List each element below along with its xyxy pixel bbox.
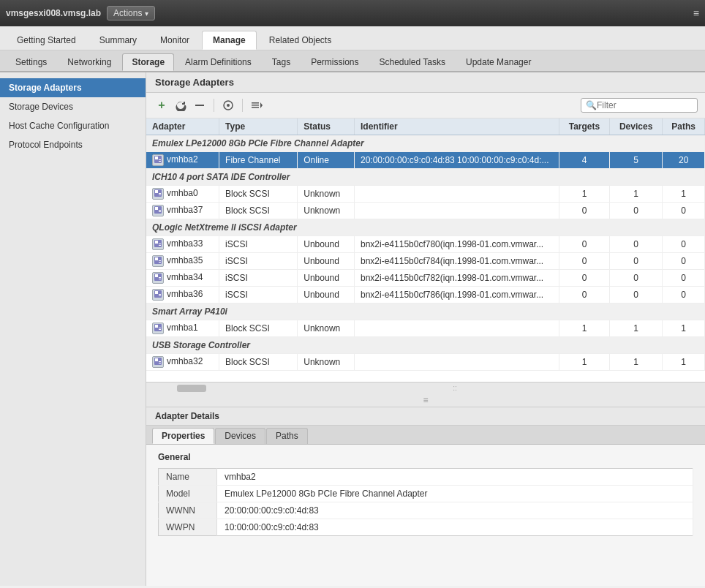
manage-tab-scheduled-tasks[interactable]: Scheduled Tasks bbox=[370, 53, 456, 71]
table-group-row: QLogic NetXtreme II iSCSI Adapter bbox=[146, 219, 705, 236]
adapter-icon bbox=[152, 154, 164, 166]
tab-getting-started[interactable]: Getting Started bbox=[6, 31, 87, 50]
manage-tab-tags[interactable]: Tags bbox=[263, 53, 300, 71]
paths-cell: 1 bbox=[663, 186, 705, 203]
remove-button[interactable] bbox=[192, 97, 208, 113]
sidebar-item-protocol-endpoints[interactable]: Protocol Endpoints bbox=[0, 135, 146, 154]
tab-summary[interactable]: Summary bbox=[88, 31, 148, 50]
manage-tab-permissions[interactable]: Permissions bbox=[301, 53, 368, 71]
devices-cell: 0 bbox=[609, 287, 662, 304]
property-label: WWPN bbox=[159, 519, 217, 536]
status-cell: Unknown bbox=[298, 186, 355, 203]
table-row[interactable]: vmhba0Block SCSIUnknown111 bbox=[146, 186, 705, 203]
actions-button[interactable]: Actions bbox=[107, 6, 155, 20]
table-row[interactable]: vmhba32Block SCSIUnknown111 bbox=[146, 354, 705, 371]
svg-rect-9 bbox=[159, 159, 161, 160]
table-group-row: Emulex LPe12000 8Gb PCIe Fibre Channel A… bbox=[146, 135, 705, 152]
status-cell: Unbound bbox=[298, 236, 355, 253]
resize-indicator: :: bbox=[453, 384, 457, 392]
targets-cell: 0 bbox=[559, 236, 610, 253]
filter-input[interactable] bbox=[597, 100, 685, 110]
status-cell: Unknown bbox=[298, 320, 355, 337]
svg-rect-20 bbox=[155, 241, 158, 244]
table-row[interactable]: vmhba1Block SCSIUnknown111 bbox=[146, 320, 705, 337]
svg-rect-25 bbox=[159, 260, 161, 261]
hscroll-thumb bbox=[177, 385, 206, 392]
targets-cell: 4 bbox=[559, 152, 610, 169]
svg-rect-32 bbox=[155, 291, 158, 294]
paths-cell: 0 bbox=[663, 236, 705, 253]
table-row[interactable]: vmhba33iSCSIUnboundbnx2i-e4115b0cf780(iq… bbox=[146, 236, 705, 253]
targets-cell: 0 bbox=[559, 253, 610, 270]
storage-adapters-title: Storage Adapters bbox=[146, 72, 705, 93]
refresh-button[interactable] bbox=[173, 97, 189, 113]
property-label: Name bbox=[159, 469, 217, 486]
general-title: General bbox=[158, 452, 693, 462]
adapter-name-cell: vmhba2 bbox=[146, 152, 219, 169]
manage-tab-settings[interactable]: Settings bbox=[6, 53, 56, 71]
rescan-button[interactable] bbox=[220, 97, 236, 113]
tab-monitor[interactable]: Monitor bbox=[149, 31, 200, 50]
devices-cell: 1 bbox=[609, 354, 662, 371]
type-cell: Fibre Channel bbox=[219, 152, 298, 169]
identifier-cell: 20:00:00:00:c9:c0:4d:83 10:00:00:00:c9:c… bbox=[355, 152, 559, 169]
table-group-row: ICH10 4 port SATA IDE Controller bbox=[146, 169, 705, 186]
table-row[interactable]: vmhba34iSCSIUnboundbnx2i-e4115b0cf782(iq… bbox=[146, 270, 705, 287]
svg-rect-13 bbox=[159, 193, 161, 194]
table-row[interactable]: vmhba2Fibre ChannelOnline20:00:00:00:c9:… bbox=[146, 152, 705, 169]
status-cell: Unknown bbox=[298, 354, 355, 371]
svg-rect-24 bbox=[155, 257, 158, 260]
manage-tab-networking[interactable]: Networking bbox=[58, 53, 121, 71]
app-title: vmsgesxi008.vmsg.lab bbox=[6, 8, 101, 18]
adapters-table-container[interactable]: Adapter Type Status Identifier Targets D… bbox=[146, 118, 705, 382]
manage-tab-update-manager[interactable]: Update Manager bbox=[456, 53, 540, 71]
identifier-cell: bnx2i-e4115b0cf786(iqn.1998-01.com.vmwar… bbox=[355, 287, 559, 304]
adapter-details: Adapter Details Properties Devices Paths… bbox=[146, 407, 705, 543]
adapters-table: Adapter Type Status Identifier Targets D… bbox=[146, 118, 705, 371]
table-row[interactable]: vmhba37Block SCSIUnknown000 bbox=[146, 203, 705, 219]
adapter-icon bbox=[152, 205, 164, 216]
sidebar-item-host-cache-configuration[interactable]: Host Cache Configuration bbox=[0, 116, 146, 135]
targets-cell: 1 bbox=[559, 186, 610, 203]
table-header-row: Adapter Type Status Identifier Targets D… bbox=[146, 118, 705, 135]
detail-tab-properties[interactable]: Properties bbox=[152, 428, 214, 444]
adapter-name-cell: vmhba37 bbox=[146, 203, 219, 219]
targets-cell: 1 bbox=[559, 354, 610, 371]
table-row[interactable]: vmhba35iSCSIUnboundbnx2i-e4115b0cf784(iq… bbox=[146, 253, 705, 270]
identifier-cell: bnx2i-e4115b0cf784(iqn.1998-01.com.vmwar… bbox=[355, 253, 559, 270]
targets-cell: 0 bbox=[559, 287, 610, 304]
property-label: WWNN bbox=[159, 502, 217, 519]
property-row: WWNN20:00:00:00:c9:c0:4d:83 bbox=[159, 502, 693, 519]
adapter-name-cell: vmhba33 bbox=[146, 236, 219, 253]
sidebar-item-storage-adapters[interactable]: Storage Adapters bbox=[0, 78, 146, 97]
hscroll-bar[interactable]: :: bbox=[146, 382, 705, 393]
svg-rect-37 bbox=[159, 328, 161, 328]
type-cell: Block SCSI bbox=[219, 186, 298, 203]
detail-tab-paths[interactable]: Paths bbox=[266, 428, 308, 444]
tab-manage[interactable]: Manage bbox=[202, 31, 257, 50]
devices-cell: 0 bbox=[609, 270, 662, 287]
tab-related-objects[interactable]: Related Objects bbox=[258, 31, 342, 50]
manage-tab-storage[interactable]: Storage bbox=[122, 53, 174, 71]
window-icon: ≡ bbox=[693, 7, 699, 19]
svg-rect-22 bbox=[159, 245, 161, 246]
svg-rect-34 bbox=[159, 295, 161, 296]
toolbar: + 🔍 bbox=[146, 93, 705, 118]
identifier-cell bbox=[355, 354, 559, 371]
table-row[interactable]: vmhba36iSCSIUnboundbnx2i-e4115b0cf786(iq… bbox=[146, 287, 705, 304]
col-type: Type bbox=[219, 118, 298, 135]
resize-handle[interactable]: ≡ bbox=[146, 393, 705, 407]
col-devices: Devices bbox=[609, 118, 662, 135]
svg-rect-3 bbox=[252, 102, 259, 104]
detail-tab-devices[interactable]: Devices bbox=[215, 428, 265, 444]
sidebar-item-storage-devices[interactable]: Storage Devices bbox=[0, 97, 146, 116]
filter-box[interactable]: 🔍 bbox=[581, 98, 698, 113]
more-button[interactable] bbox=[249, 97, 265, 113]
add-button[interactable]: + bbox=[154, 97, 170, 113]
svg-rect-40 bbox=[155, 358, 158, 361]
type-cell: iSCSI bbox=[219, 253, 298, 270]
devices-cell: 1 bbox=[609, 186, 662, 203]
manage-tab-alarm-definitions[interactable]: Alarm Definitions bbox=[176, 53, 261, 71]
detail-content: General Namevmhba2ModelEmulex LPe12000 8… bbox=[146, 445, 705, 543]
title-bar: vmsgesxi008.vmsg.lab Actions ≡ bbox=[0, 0, 705, 26]
